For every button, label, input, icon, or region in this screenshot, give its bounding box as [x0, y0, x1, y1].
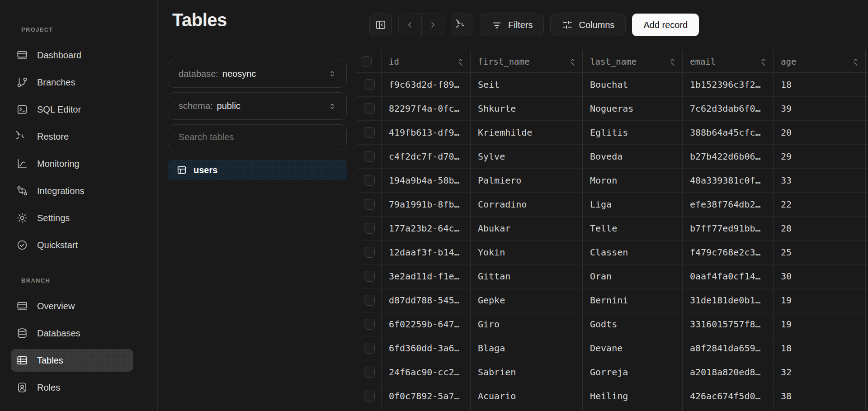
cell-id[interactable]: 79a1991b-8fb…	[382, 193, 471, 217]
cell-age[interactable]: 25	[774, 241, 866, 265]
cell-email[interactable]: efe38f764db2…	[683, 193, 774, 217]
row-checkbox[interactable]	[364, 247, 375, 258]
filters-button[interactable]: Filters	[480, 14, 544, 36]
cell-first_name[interactable]: Shkurte	[471, 97, 583, 121]
cell-email[interactable]: 3316015757f8…	[683, 312, 774, 336]
sidebar-item-overview[interactable]: Overview	[11, 295, 133, 317]
row-checkbox[interactable]	[364, 79, 375, 90]
cell-id[interactable]: 82297f4a-0fc…	[382, 97, 471, 121]
database-select[interactable]: database: neosync	[168, 60, 347, 88]
cell-email[interactable]: a2018a820ed8…	[683, 360, 774, 384]
cell-id[interactable]: 12daaf3f-b14…	[382, 241, 471, 265]
cell-first_name[interactable]: Yokin	[471, 241, 583, 265]
column-header-first_name[interactable]: first_name	[471, 50, 583, 73]
cell-first_name[interactable]: Giro	[471, 312, 583, 336]
cell-last_name[interactable]: Eglitis	[583, 121, 683, 145]
schema-select[interactable]: schema: public	[168, 92, 347, 120]
cell-email[interactable]: b7ff77ed91bb…	[683, 217, 774, 241]
cell-age[interactable]: 19	[774, 312, 866, 336]
table-row[interactable]: 0f0c7892-5a7…AcuarioHeiling426ac674f5d0……	[357, 384, 868, 408]
cell-email[interactable]: 388b64a45cfc…	[683, 121, 774, 145]
refresh-history-button[interactable]	[451, 14, 473, 36]
cell-age[interactable]: 39	[774, 97, 866, 121]
table-list-item-users[interactable]: users	[168, 160, 347, 180]
cell-id[interactable]: 0f0c7892-5a7…	[382, 384, 471, 408]
cell-id[interactable]: 6fd360dd-3a6…	[382, 336, 471, 360]
table-row[interactable]: 82297f4a-0fc…ShkurteNogueras7c62d3dab6f0…	[357, 97, 868, 121]
sort-icon[interactable]	[852, 57, 859, 66]
sidebar-item-tables[interactable]: Tables	[11, 349, 133, 372]
cell-id[interactable]: f9c63d2d-f89…	[382, 73, 471, 97]
cell-first_name[interactable]: Kriemhilde	[471, 121, 583, 145]
table-row[interactable]: 177a23b2-64c…AbukarTelleb7ff77ed91bb…28	[357, 217, 868, 241]
cell-age[interactable]: 28	[774, 217, 866, 241]
cell-id[interactable]: 24f6ac90-cc2…	[382, 360, 471, 384]
table-row[interactable]: 12daaf3f-b14…YokinClassenf479c768e2c3…25	[357, 241, 868, 265]
cell-age[interactable]: 30	[774, 265, 866, 288]
sidebar-item-databases[interactable]: Databases	[11, 322, 133, 345]
cell-age[interactable]: 20	[774, 121, 866, 145]
cell-id[interactable]: 177a23b2-64c…	[382, 217, 471, 241]
sidebar-item-integrations[interactable]: Integrations	[11, 180, 133, 202]
row-checkbox[interactable]	[364, 103, 375, 114]
column-header-last_name[interactable]: last_name	[583, 50, 683, 73]
cell-first_name[interactable]: Acuario	[471, 384, 583, 408]
row-checkbox[interactable]	[364, 343, 375, 354]
row-checkbox[interactable]	[364, 127, 375, 138]
cell-last_name[interactable]: Liga	[583, 193, 683, 217]
sidebar-item-dashboard[interactable]: Dashboard	[11, 44, 133, 66]
cell-email[interactable]: b27b422d6b06…	[683, 145, 774, 169]
add-record-button[interactable]: Add record	[632, 14, 699, 36]
cell-email[interactable]: a8f2841da659…	[683, 336, 774, 360]
cell-last_name[interactable]: Godts	[583, 312, 683, 336]
cell-id[interactable]: 419fb613-df9…	[382, 121, 471, 145]
cell-email[interactable]: 426ac674f5d0…	[683, 384, 774, 408]
cell-id[interactable]: c4f2dc7f-d70…	[382, 145, 471, 169]
row-checkbox[interactable]	[364, 151, 375, 162]
cell-email[interactable]: 7c62d3dab6f0…	[683, 97, 774, 121]
cell-id[interactable]: d87dd788-545…	[382, 288, 471, 312]
cell-last_name[interactable]: Gorreja	[583, 360, 683, 384]
cell-id[interactable]: 194a9b4a-58b…	[382, 169, 471, 193]
row-checkbox[interactable]	[364, 199, 375, 210]
cell-last_name[interactable]: Moron	[583, 169, 683, 193]
row-checkbox[interactable]	[364, 391, 375, 402]
sidebar-item-roles[interactable]: Roles	[11, 376, 133, 399]
cell-age[interactable]: 18	[774, 73, 866, 97]
table-row[interactable]: 24f6ac90-cc2…SabrienGorrejaa2018a820ed8……	[357, 360, 868, 384]
cell-email[interactable]: 1b152396c3f2…	[683, 73, 774, 97]
cell-first_name[interactable]: Corradino	[471, 193, 583, 217]
cell-last_name[interactable]: Classen	[583, 241, 683, 265]
cell-last_name[interactable]: Boveda	[583, 145, 683, 169]
sidebar-item-sql-editor[interactable]: SQL Editor	[11, 98, 133, 121]
column-header-email[interactable]: email	[683, 50, 774, 73]
sort-icon[interactable]	[457, 57, 464, 66]
sidebar-item-settings[interactable]: Settings	[11, 207, 133, 229]
cell-last_name[interactable]: Devane	[583, 336, 683, 360]
columns-button[interactable]: Columns	[550, 14, 626, 36]
column-header-age[interactable]: age	[774, 50, 866, 73]
column-header-id[interactable]: id	[382, 50, 471, 73]
sidebar-item-restore[interactable]: Restore	[11, 125, 133, 148]
cell-age[interactable]: 18	[774, 336, 866, 360]
table-row[interactable]: 3e2ad11d-f1e…GittanOran0aaf4fa0cf14…30	[357, 265, 868, 288]
sort-icon[interactable]	[669, 57, 676, 66]
search-tables-input[interactable]	[168, 124, 347, 150]
select-all-checkbox[interactable]	[361, 56, 372, 67]
cell-age[interactable]: 22	[774, 193, 866, 217]
table-row[interactable]: f9c63d2d-f89…SeitBouchat1b152396c3f2…18	[357, 73, 868, 97]
table-row[interactable]: 79a1991b-8fb…CorradinoLigaefe38f764db2…2…	[357, 193, 868, 217]
cell-first_name[interactable]: Gepke	[471, 288, 583, 312]
cell-last_name[interactable]: Bernini	[583, 288, 683, 312]
cell-last_name[interactable]: Telle	[583, 217, 683, 241]
table-row[interactable]: 6f02259b-647…GiroGodts3316015757f8…19	[357, 312, 868, 336]
sidebar-item-monitoring[interactable]: Monitoring	[11, 152, 133, 175]
row-checkbox[interactable]	[364, 295, 375, 306]
cell-last_name[interactable]: Bouchat	[583, 73, 683, 97]
cell-last_name[interactable]: Oran	[583, 265, 683, 288]
cell-last_name[interactable]: Nogueras	[583, 97, 683, 121]
cell-email[interactable]: 31de181de0b1…	[683, 288, 774, 312]
next-page-button[interactable]	[421, 14, 444, 36]
cell-id[interactable]: 3e2ad11d-f1e…	[382, 265, 471, 288]
row-checkbox[interactable]	[364, 367, 375, 378]
